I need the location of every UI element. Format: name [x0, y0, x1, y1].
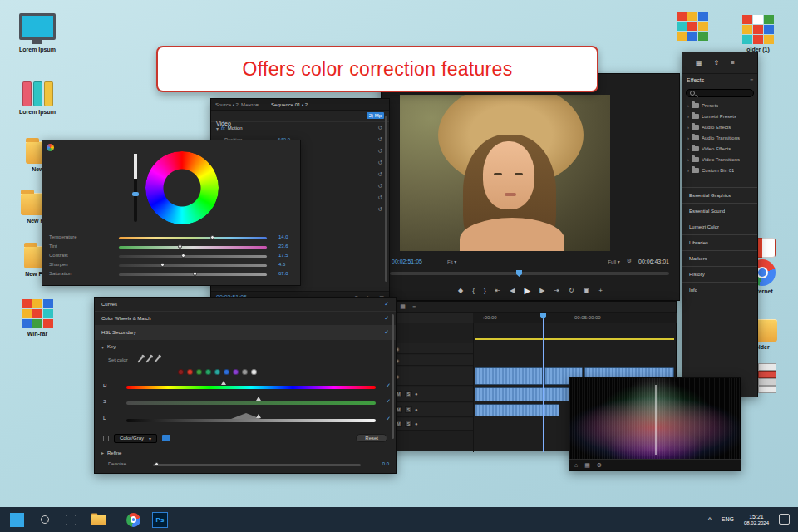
effects-tree-item[interactable]: ›Audio Effects	[682, 121, 757, 132]
monitor-scrubber[interactable]	[390, 272, 669, 275]
slider-value[interactable]: 17.5	[278, 253, 288, 258]
panel-menu-icon[interactable]: ≡	[731, 59, 735, 66]
key-subsection[interactable]: ▾ Key	[95, 340, 396, 353]
taskbar-search-button[interactable]	[41, 512, 49, 527]
color-swatch[interactable]	[196, 369, 202, 375]
slider-handle[interactable]	[193, 272, 197, 276]
solo-button[interactable]: S	[405, 421, 412, 427]
hue-range-slider[interactable]	[126, 386, 376, 389]
colorgray-checkbox[interactable]	[103, 436, 109, 441]
video-clip[interactable]	[475, 367, 543, 385]
section-enabled-check[interactable]: ✓	[384, 315, 389, 322]
effects-tree-item[interactable]: ›Video Transitions	[682, 154, 757, 165]
eyedropper-icon[interactable]	[137, 356, 143, 362]
timeline-playhead[interactable]	[543, 313, 544, 452]
timeline-menu-icon[interactable]: ≡	[412, 304, 416, 310]
range-handle[interactable]	[256, 397, 261, 401]
channel-check[interactable]: ✓	[386, 382, 391, 389]
range-handle[interactable]	[221, 381, 226, 385]
scope-settings-icon[interactable]: ⚙	[597, 462, 602, 469]
temperature-slider[interactable]	[119, 237, 267, 239]
reset-icon[interactable]: ↺	[377, 171, 382, 178]
color-swatch[interactable]	[214, 369, 220, 375]
add-marker-button[interactable]: ◆	[458, 287, 463, 294]
export-frame-button[interactable]: ▣	[584, 287, 590, 294]
go-to-in-button[interactable]: ⇤	[495, 287, 501, 294]
color-swatch[interactable]	[242, 369, 248, 375]
slider-value[interactable]: 4.6	[278, 262, 285, 267]
audio-clip[interactable]	[475, 404, 559, 416]
clock[interactable]: 15:21 08.02.2024	[744, 513, 769, 527]
panel-tab[interactable]: Libraries	[682, 234, 757, 250]
scrollbar[interactable]	[385, 116, 387, 282]
color-swatch[interactable]	[205, 369, 211, 375]
reset-icon[interactable]: ↺	[377, 136, 382, 143]
panel-tab[interactable]: Essential Graphics	[682, 187, 757, 203]
reset-icon[interactable]: ↺	[377, 160, 382, 166]
refine-subsection[interactable]: ▸ Refine	[95, 447, 128, 458]
start-button[interactable]	[10, 513, 24, 527]
mic-icon[interactable]: ●	[415, 407, 418, 412]
workspace-grid-icon[interactable]: ▦	[696, 59, 702, 66]
color-swatch[interactable]	[187, 369, 193, 375]
panel-tab[interactable]: History	[682, 266, 757, 282]
saturation-slider[interactable]	[119, 273, 267, 276]
desktop-icon-winrar[interactable]: Win-rar	[10, 299, 65, 337]
tint-slider[interactable]	[119, 246, 267, 249]
scope-home-icon[interactable]: ⌂	[574, 462, 578, 468]
language-indicator[interactable]: ENG	[722, 516, 734, 522]
timeline-grid-icon[interactable]: ▦	[400, 303, 406, 310]
slider-value[interactable]: 23.6	[278, 244, 288, 249]
reset-icon[interactable]: ↺	[377, 125, 382, 131]
fit-dropdown[interactable]: Fit ▾	[447, 259, 456, 264]
reset-icon[interactable]: ↺	[377, 183, 382, 190]
slider-handle[interactable]	[210, 235, 214, 239]
intensity-handle[interactable]	[132, 192, 139, 196]
tray-expand-button[interactable]: ^	[708, 515, 712, 523]
range-handle[interactable]	[256, 414, 261, 418]
timeline-ruler[interactable]: :00:00 00:05:00:00	[473, 313, 677, 323]
step-forward-button[interactable]: ▶	[539, 287, 544, 294]
scope-grid-icon[interactable]: ▦	[584, 462, 590, 469]
slider-handle[interactable]	[181, 254, 185, 258]
colorgray-dropdown[interactable]: Color/Gray▾	[114, 434, 157, 443]
effects-tree-item[interactable]: ›Custom Bin 01	[682, 165, 757, 175]
color-swatch[interactable]	[224, 369, 229, 375]
tab-source[interactable]: Source • 2. Ментов...	[215, 102, 263, 107]
share-icon[interactable]: ⇧	[714, 59, 720, 66]
button-editor-button[interactable]: +	[598, 287, 603, 294]
effects-tree-item[interactable]: ›Presets	[682, 100, 757, 111]
solo-button[interactable]: S	[405, 406, 412, 413]
panel-tab[interactable]: Essential Sound	[682, 203, 757, 219]
color-swatch[interactable]	[251, 369, 257, 375]
panel-tab[interactable]: Lumetri Color	[682, 219, 757, 234]
channel-check[interactable]: ✓	[386, 416, 391, 422]
reset-button[interactable]: Reset	[356, 434, 387, 442]
color-swatch[interactable]	[178, 369, 184, 375]
section-enabled-check[interactable]: ✓	[384, 329, 389, 336]
color-swatch[interactable]	[233, 369, 239, 375]
contrast-slider[interactable]	[119, 255, 267, 258]
notification-center-button[interactable]	[779, 514, 790, 525]
eyedropper-plus-icon[interactable]	[145, 356, 151, 362]
channel-check[interactable]: ✓	[386, 398, 391, 405]
panel-tab[interactable]: Markers	[682, 250, 757, 266]
slider-value[interactable]: 67.0	[278, 271, 288, 276]
hue-color-wheel[interactable]	[145, 151, 219, 224]
sharpen-slider[interactable]	[119, 264, 267, 267]
wheels-section[interactable]: Color Wheels & Match ✓	[95, 312, 396, 326]
reset-icon[interactable]: ↺	[377, 206, 382, 213]
play-button[interactable]: ▶	[524, 286, 530, 295]
slider-handle[interactable]	[155, 462, 159, 466]
loop-button[interactable]: ↻	[569, 287, 574, 294]
section-enabled-check[interactable]: ✓	[384, 301, 389, 308]
scrollbar[interactable]	[392, 314, 394, 439]
mic-icon[interactable]: ●	[415, 421, 418, 426]
slider-handle[interactable]	[160, 263, 165, 267]
saturation-range-slider[interactable]	[126, 401, 376, 405]
denoise-slider[interactable]	[153, 464, 361, 466]
effects-tree-item[interactable]: ›Lumetri Presets	[682, 111, 757, 121]
resolution-dropdown[interactable]: Full ▾	[608, 259, 619, 264]
video-frame[interactable]	[400, 95, 610, 251]
curves-section[interactable]: Curves ✓	[95, 298, 396, 312]
